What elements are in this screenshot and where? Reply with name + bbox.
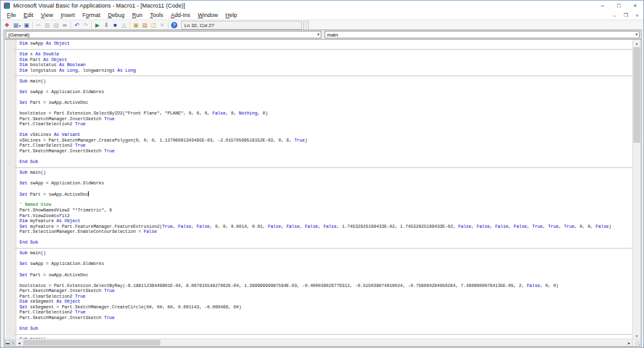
code-line[interactable]: Set swApp = Application.SldWorks: [16, 89, 633, 95]
menu-tools[interactable]: Tools: [147, 11, 167, 19]
code-line[interactable]: Dim swApp As Object: [16, 41, 633, 47]
code-line[interactable]: Sub main(): [16, 170, 633, 176]
vertical-scrollbar[interactable]: ▲ ▼: [632, 40, 641, 339]
code-line[interactable]: [16, 127, 633, 133]
code-line[interactable]: [16, 267, 633, 272]
project-explorer-icon[interactable]: ▣: [131, 21, 140, 30]
code-line[interactable]: Set Part = swApp.ActiveDoc: [16, 272, 633, 278]
chevron-down-icon[interactable]: ▾: [317, 32, 319, 37]
margin-indicator-bar[interactable]: [6, 40, 16, 339]
menu-window[interactable]: Window: [194, 11, 222, 19]
save-icon[interactable]: ▣: [22, 21, 31, 30]
code-line[interactable]: Part.SketchManager.InsertSketch True: [16, 315, 633, 321]
code-line[interactable]: vSkLines = Part.SketchManager.CreatePoly…: [16, 138, 633, 143]
resize-grip[interactable]: [632, 339, 641, 346]
code-line[interactable]: End Sub: [16, 240, 633, 245]
view-solidworks-icon[interactable]: ❖: [3, 21, 11, 30]
menu-view[interactable]: View: [37, 11, 57, 19]
design-mode-icon[interactable]: △: [119, 21, 128, 30]
undo-icon[interactable]: ↶: [72, 21, 81, 30]
code-line[interactable]: Set skSegment = Part.SketchManager.Creat…: [16, 305, 633, 310]
toolbox-icon[interactable]: ✕: [158, 21, 167, 30]
code-editor[interactable]: Dim swApp As ObjectDim x As DoubleDim Pa…: [4, 40, 641, 339]
code-line[interactable]: [16, 320, 633, 326]
code-line[interactable]: Sub main(): [16, 79, 633, 84]
mdi-close-button[interactable]: ×: [632, 11, 642, 19]
menu-edit[interactable]: Edit: [20, 11, 38, 19]
toolbar-options-handle[interactable]: ⋮: [303, 21, 309, 30]
code-line[interactable]: Dim vSkLines As Variant: [16, 132, 633, 138]
code-line[interactable]: Set swApp = Application.SldWorks: [16, 181, 633, 186]
reset-icon[interactable]: ■: [111, 21, 119, 30]
code-line[interactable]: Dim Part As Object: [16, 57, 633, 63]
code-line[interactable]: Dim skSegment As Object: [16, 299, 633, 305]
code-line[interactable]: Set myFeature = Part.FeatureManager.Feat…: [16, 224, 633, 230]
code-line[interactable]: boolstatus = Part.Extension.SelectByID2(…: [16, 111, 633, 116]
code-line[interactable]: Part.ClearSelection2 True: [16, 310, 633, 315]
code-line[interactable]: Part.ShowNamedView2 "*Trimetric", 8: [16, 208, 633, 213]
mdi-minimize-button[interactable]: –: [609, 11, 619, 19]
horizontal-scrollbar[interactable]: ▬ ≡ ◀ ▶: [4, 339, 633, 346]
code-line[interactable]: ' Named View: [16, 202, 633, 208]
code-line[interactable]: Part.SketchManager.InsertSketch True: [16, 149, 633, 154]
code-line[interactable]: [16, 84, 633, 89]
help-icon[interactable]: ?: [170, 21, 179, 30]
code-line[interactable]: [16, 94, 633, 100]
code-line[interactable]: End Sub: [16, 326, 633, 332]
vertical-scrollbar-thumb[interactable]: [633, 47, 640, 143]
code-line[interactable]: Part.ClearSelection2 True: [16, 294, 633, 300]
code-line[interactable]: End Sub: [16, 159, 633, 165]
break-icon[interactable]: ‖: [102, 21, 111, 30]
code-line[interactable]: Part.ViewZoomtofit2: [16, 213, 633, 219]
code-line[interactable]: [16, 278, 633, 283]
menu-debug[interactable]: Debug: [104, 11, 128, 19]
menu-file[interactable]: File: [3, 11, 20, 19]
menu-addins[interactable]: Add-Ins: [167, 11, 194, 19]
scroll-left-icon[interactable]: ◀: [16, 339, 23, 346]
run-icon[interactable]: ▶: [93, 21, 102, 30]
horizontal-scrollbar-thumb[interactable]: [23, 340, 160, 345]
code-line[interactable]: Dim longstatus As Long, longwarnings As …: [16, 68, 633, 74]
code-line[interactable]: [16, 154, 633, 159]
code-line[interactable]: Set Part = swApp.ActiveDoc: [16, 191, 633, 197]
cut-icon[interactable]: ✂: [34, 21, 43, 30]
paste-icon[interactable]: ▤: [52, 21, 60, 30]
chevron-down-icon[interactable]: ▾: [635, 32, 638, 37]
object-browser-icon[interactable]: ◫: [149, 21, 158, 30]
object-dropdown[interactable]: (General) ▾: [6, 31, 321, 38]
code-line[interactable]: [16, 256, 633, 262]
code-line[interactable]: Part.ClearSelection2 True: [16, 143, 633, 149]
copy-icon[interactable]: ▥: [43, 21, 52, 30]
code-line[interactable]: Part.SelectionManager.EnableContourSelec…: [16, 229, 633, 235]
minimize-button[interactable]: –: [594, 1, 611, 11]
code-line[interactable]: Sub main(): [16, 250, 633, 256]
procedure-dropdown[interactable]: main ▾: [325, 31, 640, 38]
code-line[interactable]: [16, 106, 633, 111]
full-module-view-button[interactable]: ≡: [11, 340, 16, 345]
code-line[interactable]: Dim myFeature As Object: [16, 218, 633, 224]
close-button[interactable]: ×: [627, 1, 643, 11]
menu-format[interactable]: Format: [79, 11, 104, 19]
code-line[interactable]: [16, 176, 633, 181]
menu-run[interactable]: Run: [128, 11, 147, 19]
menu-insert[interactable]: Insert: [57, 11, 79, 19]
code-line[interactable]: Part.ClearSelection2 True: [16, 121, 633, 127]
code-line[interactable]: Set Part = swApp.ActiveDoc: [16, 100, 633, 106]
maximize-button[interactable]: □: [611, 1, 627, 11]
properties-window-icon[interactable]: ▤: [140, 21, 149, 30]
code-line[interactable]: Set swApp = Application.SldWorks: [16, 261, 633, 267]
code-line[interactable]: Part.SketchManager.InsertSketch True: [16, 116, 633, 122]
code-line[interactable]: Dim boolstatus As Boolean: [16, 62, 633, 68]
procedure-view-button[interactable]: ▬: [5, 340, 10, 345]
code-line[interactable]: Dim x As Double: [16, 52, 633, 57]
menu-help[interactable]: Help: [222, 11, 242, 19]
code-line[interactable]: [16, 186, 633, 192]
code-line[interactable]: boolstatus = Part.Extension.SelectByRay(…: [16, 283, 633, 289]
insert-userform-icon-dropdown-arrow[interactable]: ▾: [19, 23, 21, 28]
scroll-up-icon[interactable]: ▲: [633, 40, 641, 47]
redo-icon[interactable]: ↷: [81, 21, 90, 30]
mdi-restore-button[interactable]: ❐: [621, 11, 631, 19]
code-line[interactable]: Part.SketchManager.InsertSketch True: [16, 288, 633, 294]
code-line[interactable]: [16, 235, 633, 240]
find-icon[interactable]: ∞: [60, 21, 69, 30]
